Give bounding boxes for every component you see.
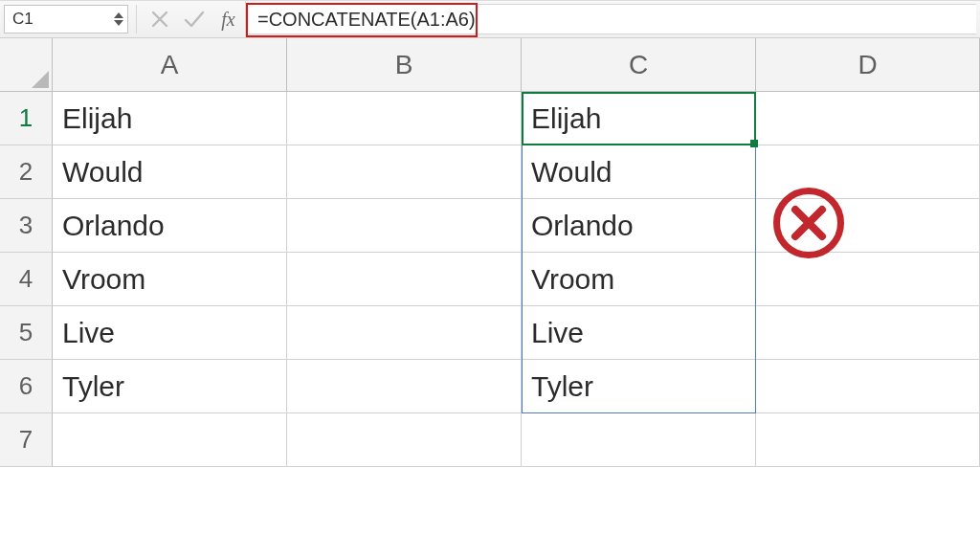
- chevron-down-icon: [114, 19, 123, 26]
- row-header-3[interactable]: 3: [0, 199, 53, 253]
- cell-D2[interactable]: [756, 145, 980, 199]
- spreadsheet: A B C D 1 Elijah Elijah 2 Would Would 3 …: [0, 38, 980, 467]
- cell-A6[interactable]: Tyler: [53, 360, 287, 413]
- cell-B6[interactable]: [287, 360, 522, 413]
- cell-B4[interactable]: [287, 253, 522, 306]
- name-box-value: C1: [12, 10, 33, 29]
- column-headers: A B C D: [0, 38, 980, 92]
- row-5: 5 Live Live: [0, 306, 980, 360]
- name-box-stepper[interactable]: [114, 12, 123, 26]
- col-header-B[interactable]: B: [287, 38, 522, 92]
- cell-C2[interactable]: Would: [522, 145, 756, 199]
- cell-A7[interactable]: [53, 413, 287, 467]
- cell-A4[interactable]: Vroom: [53, 253, 287, 306]
- cell-C3[interactable]: Orlando: [522, 199, 756, 253]
- enter-button[interactable]: [177, 1, 212, 37]
- row-4: 4 Vroom Vroom: [0, 253, 980, 306]
- row-1: 1 Elijah Elijah: [0, 92, 980, 145]
- formula-input[interactable]: =CONCATENATE(A1:A6): [246, 4, 976, 34]
- cell-C1[interactable]: Elijah: [522, 92, 756, 145]
- error-badge: [773, 188, 844, 258]
- row-header-2[interactable]: 2: [0, 145, 53, 199]
- cell-B2[interactable]: [287, 145, 522, 199]
- cell-D4[interactable]: [756, 253, 980, 306]
- chevron-up-icon: [114, 12, 123, 19]
- cell-D6[interactable]: [756, 360, 980, 413]
- name-box[interactable]: C1: [4, 5, 128, 33]
- x-icon: [151, 11, 168, 28]
- cell-A5[interactable]: Live: [53, 306, 287, 360]
- cell-A3[interactable]: Orlando: [53, 199, 287, 253]
- check-icon: [184, 11, 205, 28]
- cell-C5[interactable]: Live: [522, 306, 756, 360]
- cell-B3[interactable]: [287, 199, 522, 253]
- select-all-corner[interactable]: [0, 38, 53, 92]
- col-header-A[interactable]: A: [53, 38, 287, 92]
- fx-label[interactable]: fx: [212, 1, 246, 37]
- formula-text: =CONCATENATE(A1:A6): [257, 9, 476, 31]
- row-header-7[interactable]: 7: [0, 413, 53, 467]
- col-header-D[interactable]: D: [756, 38, 980, 92]
- cell-A2[interactable]: Would: [53, 145, 287, 199]
- cell-C6[interactable]: Tyler: [522, 360, 756, 413]
- row-header-1[interactable]: 1: [0, 92, 53, 145]
- row-header-6[interactable]: 6: [0, 360, 53, 413]
- cell-D1[interactable]: [756, 92, 980, 145]
- row-header-4[interactable]: 4: [0, 253, 53, 306]
- row-6: 6 Tyler Tyler: [0, 360, 980, 413]
- row-header-5[interactable]: 5: [0, 306, 53, 360]
- cell-D5[interactable]: [756, 306, 980, 360]
- separator: [136, 5, 137, 33]
- col-header-C[interactable]: C: [522, 38, 756, 92]
- cell-B7[interactable]: [287, 413, 522, 467]
- cell-A1[interactable]: Elijah: [53, 92, 287, 145]
- cell-B1[interactable]: [287, 92, 522, 145]
- cell-D7[interactable]: [756, 413, 980, 467]
- row-7: 7: [0, 413, 980, 467]
- cell-C4[interactable]: Vroom: [522, 253, 756, 306]
- cancel-button[interactable]: [143, 1, 177, 37]
- formula-bar: C1 fx =CONCATENATE(A1:A6): [0, 0, 980, 38]
- row-2: 2 Would Would: [0, 145, 980, 199]
- cell-C7[interactable]: [522, 413, 756, 467]
- x-icon: [790, 204, 828, 242]
- cell-B5[interactable]: [287, 306, 522, 360]
